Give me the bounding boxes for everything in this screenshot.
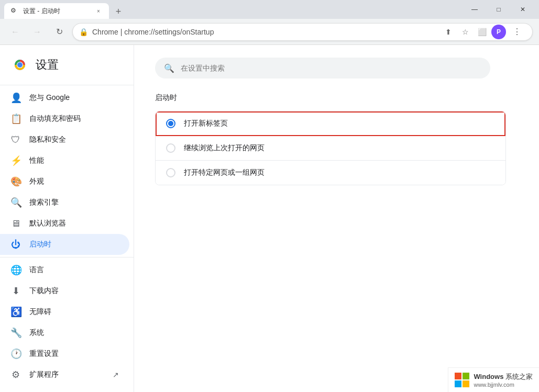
svg-rect-6 xyxy=(455,380,461,387)
tab-favicon: ⚙ xyxy=(10,7,19,15)
sidebar-label-extensions: 扩展程序 xyxy=(29,370,59,379)
sidebar-item-downloads[interactable]: ⬇ 下载内容 xyxy=(0,281,129,301)
chrome-menu-button[interactable]: ⋮ xyxy=(508,23,526,41)
close-button[interactable]: ✕ xyxy=(511,0,535,19)
system-icon: 🔧 xyxy=(10,327,21,339)
tab-close-button[interactable]: × xyxy=(94,7,103,15)
sidebar-item-accessibility[interactable]: ♿ 无障碍 xyxy=(0,301,129,322)
sidebar-label-privacy: 隐私和安全 xyxy=(29,135,66,144)
downloads-icon: ⬇ xyxy=(10,285,21,297)
startup-options-card: 打开新标签页 继续浏览上次打开的网页 打开特定网页或一组网页 xyxy=(155,111,506,185)
appearance-icon: 🎨 xyxy=(10,176,21,187)
radio-new-tab xyxy=(166,119,175,128)
search-bar[interactable]: 🔍 xyxy=(155,58,490,79)
windows-logo-icon xyxy=(455,373,469,387)
sidebar-item-language[interactable]: 🌐 语言 xyxy=(0,260,129,281)
sidebar-label-reset: 重置设置 xyxy=(29,349,59,359)
sidebar-item-google[interactable]: 👤 您与 Google xyxy=(0,87,129,108)
startup-icon: ⏻ xyxy=(10,239,21,250)
section-title: 启动时 xyxy=(155,93,518,103)
performance-icon: ⚡ xyxy=(10,155,21,166)
reset-icon: 🕐 xyxy=(10,348,21,360)
sidebar-item-search[interactable]: 🔍 搜索引擎 xyxy=(0,192,129,213)
sidebar-label-google: 您与 Google xyxy=(29,93,70,103)
sidebar-label-system: 系统 xyxy=(29,328,44,338)
profile-button[interactable]: P xyxy=(491,25,506,39)
tab-title: 设置 - 启动时 xyxy=(23,7,90,16)
privacy-icon: 🛡 xyxy=(10,135,21,145)
sidebar-item-system[interactable]: 🔧 系统 xyxy=(0,322,129,343)
sidebar-item-startup[interactable]: ⏻ 启动时 xyxy=(0,234,129,255)
sidebar-item-autofill[interactable]: 📋 自动填充和密码 xyxy=(0,108,129,129)
main-layout: 设置 👤 您与 Google 📋 自动填充和密码 🛡 隐私和安全 ⚡ 性能 🎨 … xyxy=(0,45,539,392)
search-engine-icon: 🔍 xyxy=(10,197,21,208)
sidebar-logo-area: 设置 xyxy=(0,49,134,83)
minimize-button[interactable]: — xyxy=(463,0,487,19)
back-button[interactable]: ← xyxy=(6,23,24,41)
radio-specific xyxy=(166,168,175,177)
extensions-sidebar-icon: ⚙ xyxy=(10,369,21,380)
address-actions: ⬆ ☆ ⬜ P ⋮ xyxy=(441,23,526,41)
sidebar-divider xyxy=(0,85,134,85)
sidebar-label-downloads: 下载内容 xyxy=(29,286,59,296)
bookmark-button[interactable]: ☆ xyxy=(458,25,472,39)
svg-rect-5 xyxy=(463,373,469,379)
google-icon: 👤 xyxy=(10,92,21,104)
radio-continue xyxy=(166,143,175,153)
sidebar-label-search: 搜索引擎 xyxy=(29,198,59,207)
sidebar-item-appearance[interactable]: 🎨 外观 xyxy=(0,171,129,192)
sidebar-item-reset[interactable]: 🕐 重置设置 xyxy=(0,343,129,364)
sidebar-item-extensions[interactable]: ⚙ 扩展程序 ↗ xyxy=(0,364,129,385)
tab-area: ⚙ 设置 - 启动时 × + xyxy=(4,0,463,19)
new-tab-button[interactable]: + xyxy=(111,4,126,19)
refresh-button[interactable]: ↻ xyxy=(50,23,68,41)
sidebar-divider-2 xyxy=(0,257,134,257)
autofill-icon: 📋 xyxy=(10,113,21,125)
settings-page-title: 设置 xyxy=(36,57,59,73)
watermark-text: Windows 系统之家 www.bjjmlv.com xyxy=(474,372,533,388)
address-text: Chrome | chrome://settings/onStartup xyxy=(92,28,437,36)
search-icon: 🔍 xyxy=(164,63,174,73)
option-label-continue: 继续浏览上次打开的网页 xyxy=(184,143,265,153)
forward-button[interactable]: → xyxy=(28,23,46,41)
option-specific[interactable]: 打开特定网页或一组网页 xyxy=(156,161,505,185)
windows-watermark: Windows 系统之家 www.bjjmlv.com xyxy=(448,367,539,392)
extensions-button[interactable]: ⬜ xyxy=(475,25,489,39)
svg-rect-7 xyxy=(463,380,469,387)
sidebar-item-performance[interactable]: ⚡ 性能 xyxy=(0,150,129,171)
maximize-button[interactable]: □ xyxy=(487,0,511,19)
sidebar: 设置 👤 您与 Google 📋 自动填充和密码 🛡 隐私和安全 ⚡ 性能 🎨 … xyxy=(0,45,134,392)
option-continue[interactable]: 继续浏览上次打开的网页 xyxy=(156,136,505,161)
option-label-specific: 打开特定网页或一组网页 xyxy=(184,168,265,177)
search-input[interactable] xyxy=(181,64,481,72)
title-bar: ⚙ 设置 - 启动时 × + — □ ✕ xyxy=(0,0,539,19)
svg-rect-4 xyxy=(455,373,461,379)
address-bar[interactable]: 🔒 Chrome | chrome://settings/onStartup ⬆… xyxy=(72,23,533,41)
sidebar-label-startup: 启动时 xyxy=(29,240,51,249)
radio-inner-new-tab xyxy=(168,121,173,126)
sidebar-item-privacy[interactable]: 🛡 隐私和安全 xyxy=(0,129,129,150)
nav-bar: ← → ↻ 🔒 Chrome | chrome://settings/onSta… xyxy=(0,19,539,45)
sidebar-label-browser: 默认浏览器 xyxy=(29,219,66,228)
content-area: 🔍 启动时 打开新标签页 继续浏览上次打开的网页 打开特定网页或一组网页 xyxy=(134,45,539,392)
sidebar-item-browser[interactable]: 🖥 默认浏览器 xyxy=(0,213,129,234)
secure-icon: 🔒 xyxy=(79,28,88,36)
browser-icon: 🖥 xyxy=(10,218,21,229)
external-link-icon: ↗ xyxy=(113,371,119,379)
sidebar-label-accessibility: 无障碍 xyxy=(29,307,51,317)
svg-point-3 xyxy=(17,62,23,68)
search-bar-container: 🔍 xyxy=(155,58,518,79)
option-new-tab[interactable]: 打开新标签页 xyxy=(156,111,505,136)
accessibility-icon: ♿ xyxy=(10,306,21,318)
sidebar-label-appearance: 外观 xyxy=(29,177,44,186)
sidebar-label-autofill: 自动填充和密码 xyxy=(29,114,81,124)
option-label-new-tab: 打开新标签页 xyxy=(184,119,228,128)
language-icon: 🌐 xyxy=(10,264,21,276)
share-button[interactable]: ⬆ xyxy=(441,25,456,39)
active-tab[interactable]: ⚙ 设置 - 启动时 × xyxy=(4,3,109,19)
sidebar-label-language: 语言 xyxy=(29,265,44,275)
window-controls: — □ ✕ xyxy=(463,0,535,19)
sidebar-label-performance: 性能 xyxy=(29,156,44,165)
chrome-logo-icon xyxy=(10,55,29,74)
